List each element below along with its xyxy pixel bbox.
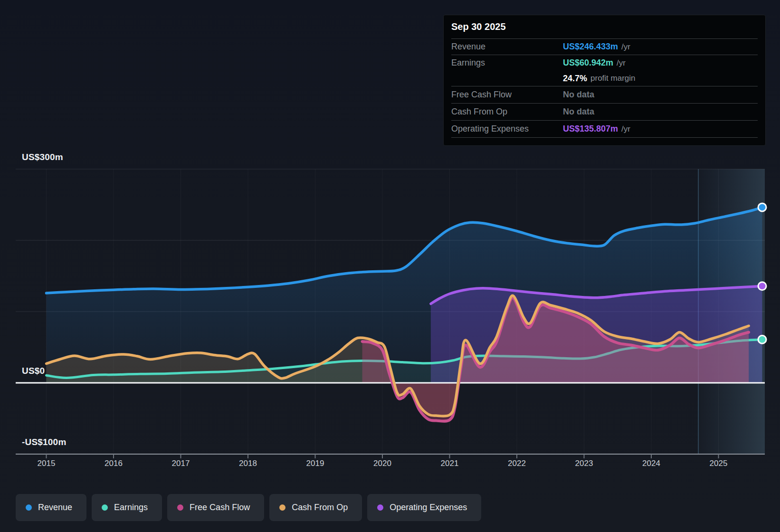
earnings-dot-icon: [102, 504, 108, 511]
tooltip-label: Operating Expenses: [451, 124, 563, 134]
legend-label: Cash From Op: [292, 503, 348, 513]
tooltip-label: Free Cash Flow: [451, 90, 563, 100]
revenue-dot-icon: [26, 504, 32, 511]
tooltip-suffix: profit margin: [590, 74, 635, 83]
x-axis-label: 2025: [702, 459, 735, 468]
x-axis-line: [16, 454, 765, 458]
y-axis-label-neg100m: -US$100m: [22, 437, 66, 447]
x-axis-label: 2021: [433, 459, 466, 468]
legend-item-operating-expenses[interactable]: Operating Expenses: [367, 494, 481, 521]
x-axis-label: 2018: [231, 459, 265, 468]
cash-from-op-dot-icon: [279, 504, 285, 511]
tooltip-label: Cash From Op: [451, 107, 563, 117]
legend-item-revenue[interactable]: Revenue: [16, 494, 86, 521]
x-axis-label: 2019: [299, 459, 332, 468]
tooltip-value-profit-margin: 24.7%: [563, 74, 587, 84]
tooltip-suffix: /yr: [621, 124, 630, 134]
tooltip-row-profit-margin: 24.7% profit margin: [451, 71, 758, 86]
legend-item-free-cash-flow[interactable]: Free Cash Flow: [167, 494, 264, 521]
tooltip-label: Revenue: [451, 42, 563, 52]
y-axis-label-300m: US$300m: [22, 152, 63, 162]
x-axis-label: 2022: [500, 459, 533, 468]
tooltip-suffix: /yr: [621, 42, 630, 52]
tooltip-suffix: /yr: [617, 58, 626, 68]
free-cash-flow-dot-icon: [177, 504, 183, 511]
y-axis-label-zero: US$0: [22, 366, 45, 376]
tooltip-row-cash-from-op: Cash From Op No data: [451, 104, 758, 121]
tooltip-row-revenue: Revenue US$246.433m /yr: [451, 39, 758, 55]
tooltip-row-operating-expenses: Operating Expenses US$135.807m /yr: [451, 121, 758, 138]
legend-label: Revenue: [38, 503, 72, 513]
earnings-revenue-history-panel: US$300m US$0 -US$100m 201520162017201820…: [0, 0, 780, 532]
tooltip-label: Earnings: [451, 58, 563, 68]
chart-legend: Revenue Earnings Free Cash Flow Cash Fro…: [16, 494, 481, 521]
tooltip-date: Sep 30 2025: [451, 15, 758, 39]
x-axis-label: 2020: [366, 459, 399, 468]
chart-tooltip: Sep 30 2025 Revenue US$246.433m /yr Earn…: [443, 15, 766, 146]
tooltip-row-earnings: Earnings US$60.942m /yr: [451, 55, 758, 71]
x-axis-label: 2024: [635, 459, 668, 468]
operating-expenses-dot-icon: [377, 504, 383, 511]
tooltip-value-revenue: US$246.433m: [563, 42, 618, 52]
legend-item-earnings[interactable]: Earnings: [92, 494, 162, 521]
x-axis-label: 2023: [568, 459, 601, 468]
tooltip-row-free-cash-flow: Free Cash Flow No data: [451, 86, 758, 104]
x-axis-label: 2017: [164, 459, 198, 468]
legend-item-cash-from-op[interactable]: Cash From Op: [269, 494, 362, 521]
x-axis-label: 2016: [97, 459, 130, 468]
legend-label: Operating Expenses: [390, 503, 467, 513]
tooltip-value-operating-expenses: US$135.807m: [563, 124, 618, 134]
tooltip-value-free-cash-flow: No data: [563, 90, 594, 100]
x-axis-label: 2015: [30, 459, 63, 468]
tooltip-value-earnings: US$60.942m: [563, 58, 613, 68]
legend-label: Free Cash Flow: [190, 503, 250, 513]
legend-label: Earnings: [114, 503, 148, 513]
tooltip-value-cash-from-op: No data: [563, 107, 594, 117]
